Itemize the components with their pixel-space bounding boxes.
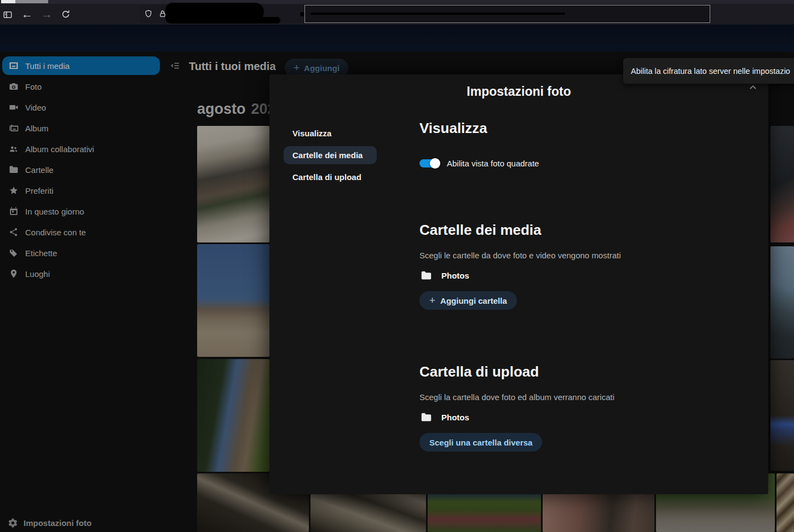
browser-toolbar: ← → [0, 4, 794, 25]
plus-icon: + [429, 294, 435, 307]
back-icon[interactable]: ← [21, 8, 33, 20]
modal-nav-visualizza[interactable]: Visualizza [284, 124, 377, 142]
square-photos-toggle[interactable] [419, 159, 439, 167]
section-heading-visualizza: Visualizza [419, 120, 754, 137]
square-photos-toggle-row: Abilita vista foto quadrate [419, 159, 754, 168]
section-upload-folder: Cartella di upload Scegli la cartella do… [419, 363, 754, 452]
redacted-url [165, 3, 264, 24]
section-media-folders: Cartelle dei media Scegli le cartelle da… [419, 222, 754, 310]
reload-icon[interactable] [61, 9, 71, 19]
modal-title: Impostazioni foto [284, 84, 754, 99]
upload-folder-name: Photos [441, 413, 469, 422]
choose-different-folder-button[interactable]: Scegli una cartella diversa [419, 433, 542, 452]
forward-icon[interactable]: → [41, 8, 53, 20]
toggle-label: Abilita vista foto quadrate [447, 159, 539, 168]
folder-icon [421, 412, 432, 423]
address-bar[interactable] [140, 5, 571, 23]
browser-window-top [0, 0, 794, 4]
redacted-url-dot [300, 12, 304, 16]
toggle-knob [430, 158, 440, 169]
shield-icon[interactable] [144, 9, 153, 18]
upload-folder-description: Scegli la cartella dove foto ed album ve… [419, 392, 754, 402]
section-heading-cartella-di-upload: Cartella di upload [419, 363, 754, 380]
modal-nav: Visualizza Cartelle dei media Cartella d… [284, 115, 401, 452]
media-folder-row: Photos [419, 270, 754, 281]
media-folders-description: Scegli le cartelle da dove foto e video … [419, 251, 754, 260]
section-heading-cartelle-dei-media: Cartelle dei media [419, 222, 754, 239]
toast-message: Abilita la cifratura lato server nelle i… [631, 67, 790, 76]
folder-icon [421, 270, 432, 281]
modal-content: Visualizza Abilita vista foto quadrate C… [419, 115, 754, 452]
add-folder-button[interactable]: + Aggiungi cartella [419, 291, 517, 310]
modal-nav-cartella-di-upload[interactable]: Cartella di upload [284, 168, 377, 186]
window-artifact [1, 0, 15, 3]
photo-settings-modal: Impostazioni foto Visualizza Cartelle de… [269, 74, 768, 494]
media-folder-name: Photos [441, 271, 469, 280]
upload-folder-row: Photos [419, 412, 754, 423]
add-folder-button-label: Aggiungi cartella [440, 296, 507, 305]
modal-nav-cartelle-dei-media[interactable]: Cartelle dei media [284, 146, 377, 164]
redacted-url-line [310, 13, 565, 15]
encryption-notification-toast[interactable]: Abilita la cifratura lato server nelle i… [623, 58, 794, 84]
choose-different-folder-label: Scegli una cartella diversa [429, 438, 532, 447]
chevron-up-icon[interactable] [747, 82, 758, 93]
browser-sidebar-toggle-icon[interactable] [3, 10, 13, 20]
window-artifact [15, 0, 48, 3]
screen: ← → [0, 0, 794, 532]
